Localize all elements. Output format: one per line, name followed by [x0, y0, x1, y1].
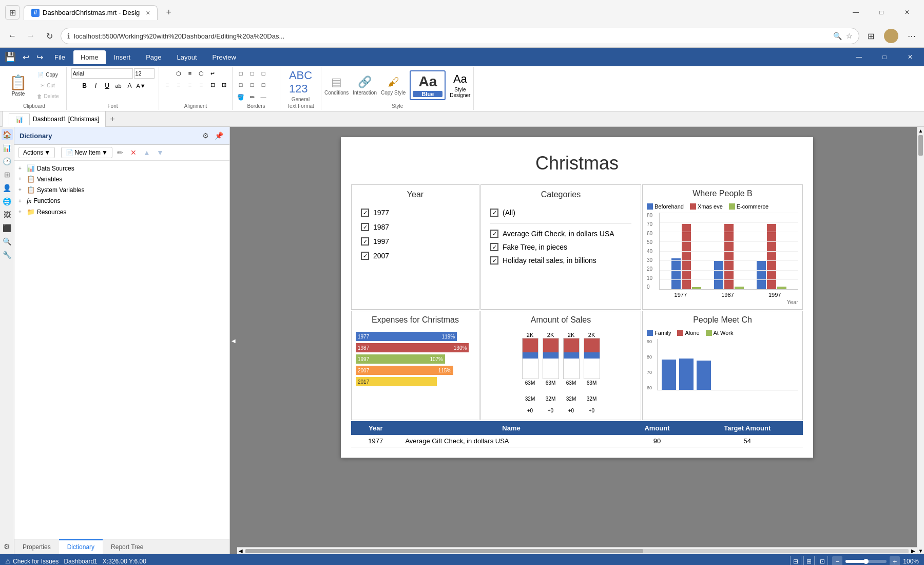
align-top-center-btn[interactable]: ≡ — [185, 68, 195, 79]
tree-item-sysvariables[interactable]: + 📋 System Variables — [16, 184, 227, 195]
style-designer-label[interactable]: StyleDesigner — [450, 87, 470, 98]
browser-tab[interactable]: // DashboardChristmas.mrt - Desig × — [24, 5, 158, 20]
v-scroll-down-btn[interactable]: ▼ — [917, 547, 924, 554]
components-sidebar-btn[interactable]: ⬛ — [2, 222, 13, 234]
h-scroll-right-btn[interactable]: ▶ — [910, 548, 917, 555]
align-center-btn[interactable]: ≡ — [174, 80, 184, 90]
zoom-in-btn[interactable]: + — [890, 556, 900, 565]
year-1997[interactable]: ✓1997 — [361, 237, 470, 246]
cut-btn[interactable]: ✂ Cut — [32, 81, 63, 90]
border-btn-2[interactable]: □ — [247, 68, 257, 79]
undo-btn[interactable]: ↩ — [20, 50, 32, 64]
tree-item-variables[interactable]: + 📋 Variables — [16, 174, 227, 184]
v-scroll-up-btn[interactable]: ▲ — [917, 127, 924, 134]
menu-btn[interactable]: ⋯ — [904, 29, 919, 43]
delete-btn[interactable]: 🗑 Delete — [32, 91, 63, 101]
h-scroll-left-btn[interactable]: ◀ — [237, 548, 244, 555]
maximize-btn[interactable]: □ — [870, 5, 893, 20]
cat-all[interactable]: ✓(All) — [490, 209, 631, 217]
layers-sidebar-btn[interactable]: ⊞ — [2, 169, 13, 180]
year-1977[interactable]: ✓1977 — [361, 209, 470, 217]
underline-btn[interactable]: U — [102, 81, 112, 91]
image-sidebar-btn[interactable]: 🖼 — [2, 209, 13, 220]
ribbon-tab-home[interactable]: Home — [73, 50, 106, 64]
new-tab-btn[interactable]: + — [162, 5, 176, 20]
forward-btn[interactable]: → — [24, 29, 38, 43]
dashboard1-item[interactable]: Dashboard1 — [64, 558, 97, 565]
doc-tab-dashboard1[interactable]: 📊 Dashboard1 [Christmas] — [2, 111, 106, 127]
cat-holiday-retail[interactable]: ✓Holiday retail sales, in billions — [490, 256, 631, 265]
zoom-out-btn[interactable]: − — [832, 556, 842, 565]
tools-sidebar-btn[interactable]: 🔧 — [2, 249, 13, 260]
zoom-slider[interactable] — [845, 560, 887, 563]
tree-item-datasources[interactable]: + 📊 Data Sources — [16, 163, 227, 174]
page-zoom-btn[interactable]: ⊡ — [817, 556, 828, 565]
ribbon-tab-page[interactable]: Page — [139, 50, 168, 64]
interaction-label[interactable]: Interaction — [353, 90, 377, 96]
tab-close-btn[interactable]: × — [146, 9, 150, 17]
dictionary-tab[interactable]: Dictionary — [59, 539, 103, 554]
tree-item-functions[interactable]: + fx Functions — [16, 195, 227, 206]
v-scroll-thumb[interactable] — [918, 135, 923, 156]
cat-fake-tree[interactable]: ✓Fake Tree, in pieces — [490, 243, 631, 251]
tree-item-resources[interactable]: + 📁 Resources — [16, 206, 227, 217]
collapse-panel-btn[interactable]: ◀ — [230, 127, 237, 554]
address-bar[interactable]: ℹ localhost:5500/Working%20with%20Dashbo… — [61, 28, 859, 44]
canvas-scroll[interactable]: Christmas Year ✓1977 ✓1987 ✓1997 ✓2007 — [237, 127, 917, 547]
account-btn[interactable] — [884, 29, 898, 43]
font-family-input[interactable] — [71, 68, 133, 79]
wrap-btn[interactable]: ↵ — [207, 68, 218, 79]
page-view-btn[interactable]: ⊞ — [803, 556, 815, 565]
conditions-label[interactable]: Conditions — [324, 90, 349, 96]
align-right-btn[interactable]: ≡ — [185, 80, 195, 90]
dict-up-btn[interactable]: ▲ — [141, 147, 152, 158]
refresh-btn[interactable]: ↻ — [42, 29, 56, 43]
horizontal-scrollbar[interactable]: ◀ ▶ — [237, 547, 917, 554]
border-btn-5[interactable]: □ — [247, 80, 257, 90]
search-sidebar-btn[interactable]: 🔍 — [2, 236, 13, 247]
copy-btn[interactable]: 📄 Copy — [32, 70, 63, 80]
border-btn-1[interactable]: □ — [236, 68, 246, 79]
browser-sidebar-icon[interactable]: ⊞ — [5, 5, 20, 20]
border-btn-6[interactable]: □ — [258, 80, 268, 90]
highlight-btn[interactable]: A▼ — [136, 81, 146, 91]
dict-settings-btn[interactable]: ⚙ — [200, 130, 211, 141]
h-scroll-thumb[interactable] — [245, 549, 643, 553]
paste-btn[interactable]: 📋 Paste — [5, 72, 31, 99]
dict-edit-btn[interactable]: ✏ — [114, 147, 126, 158]
border-color-btn[interactable]: ✏ — [247, 92, 257, 102]
ribbon-tab-file[interactable]: File — [47, 50, 72, 64]
font-color-btn[interactable]: A — [125, 81, 135, 91]
ribbon-tab-layout[interactable]: Layout — [170, 50, 204, 64]
redo-btn[interactable]: ↪ — [33, 50, 46, 64]
indent-btn[interactable]: ⊟ — [207, 80, 218, 90]
align-top-right-btn[interactable]: ⬡ — [196, 68, 206, 79]
dict-delete-btn[interactable]: ✕ — [128, 147, 139, 158]
minimize-btn[interactable]: — — [844, 5, 868, 20]
back-btn[interactable]: ← — [5, 29, 20, 43]
check-issues-item[interactable]: ⚠ Check for Issues — [5, 558, 59, 565]
app-close-btn[interactable]: ✕ — [898, 49, 922, 65]
bold-btn[interactable]: B — [80, 81, 90, 91]
clock-sidebar-btn[interactable]: 🕐 — [2, 156, 13, 167]
year-2007[interactable]: ✓2007 — [361, 252, 470, 260]
fill-btn[interactable]: 🪣 — [236, 92, 246, 102]
strikethrough-btn[interactable]: ab — [113, 81, 124, 91]
vertical-scrollbar[interactable]: ▲ ▼ — [917, 127, 924, 554]
align-top-left-btn[interactable]: ⬡ — [174, 68, 184, 79]
copy-style-label[interactable]: Copy Style — [381, 90, 406, 96]
chart-sidebar-btn[interactable]: 📊 — [2, 142, 13, 154]
align-left-btn[interactable]: ≡ — [162, 80, 172, 90]
dict-pin-btn[interactable]: 📌 — [213, 130, 224, 141]
home-sidebar-btn[interactable]: 🏠 — [2, 129, 13, 140]
italic-btn[interactable]: I — [91, 81, 101, 91]
border-btn-3[interactable]: □ — [258, 68, 268, 79]
justify-btn[interactable]: ≡ — [196, 80, 206, 90]
line-style-btn[interactable]: — — [258, 92, 268, 102]
new-item-dropdown[interactable]: 📄 New Item ▼ — [61, 147, 112, 158]
app-maximize-btn[interactable]: □ — [873, 49, 896, 65]
actions-dropdown[interactable]: Actions ▼ — [18, 147, 55, 158]
report-tree-tab[interactable]: Report Tree — [103, 539, 151, 554]
year-1987[interactable]: ✓1987 — [361, 223, 470, 231]
extensions-btn[interactable]: ⊞ — [863, 29, 878, 43]
